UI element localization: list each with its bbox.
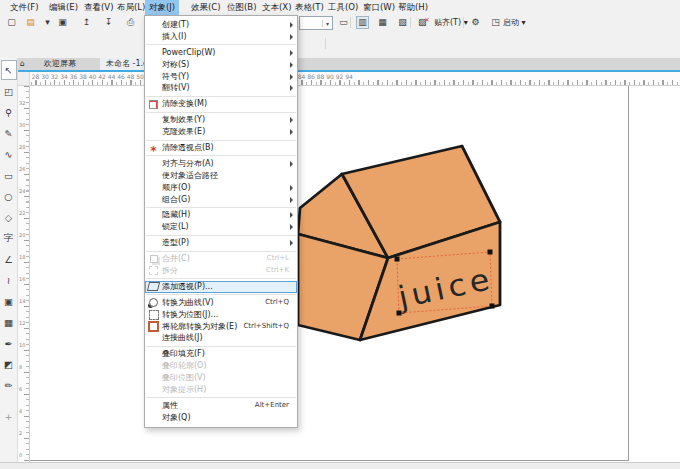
menu-item-shortcut: Alt+Enter (255, 400, 289, 412)
menu-separator (146, 251, 296, 252)
menu-item-label: 隐藏(H) (162, 209, 287, 221)
menu-separator (146, 207, 296, 208)
menu-item-[interactable]: 叠印填充(F) (145, 348, 297, 360)
show-grid-icon[interactable]: ▦ (376, 16, 389, 29)
options-gear-icon[interactable]: ⚙ (469, 16, 482, 29)
menubar-item-4[interactable]: 对象(J) (145, 0, 179, 15)
menu-item-[interactable]: PowerClip(W) (145, 47, 297, 59)
menubar-item-11[interactable]: 帮助(H) (394, 0, 432, 15)
selection-handle[interactable] (490, 304, 495, 309)
eyedropper-tool[interactable]: ✒ (1, 333, 17, 353)
ruler-number: 10 (19, 342, 25, 348)
ruler-corner[interactable] (18, 72, 30, 86)
menu-item-[interactable]: 转换为位图(J)... (145, 309, 297, 321)
menu-item-[interactable]: 复制效果(Y) (145, 114, 297, 126)
menu-item-[interactable]: 组合(G) (145, 194, 297, 206)
menu-item-[interactable]: 符号(Y) (145, 71, 297, 83)
ruler-number: 30 (41, 73, 49, 80)
fullscreen-preview-icon[interactable]: ▭ (337, 16, 350, 29)
new-document-icon[interactable]: ▢ (5, 16, 18, 29)
horizontal-ruler[interactable]: 2628303234363840424446485052545658606264… (30, 72, 680, 86)
menu-item-label: 复制效果(Y) (162, 114, 287, 126)
launch-frame-icon[interactable]: ◳ (489, 16, 502, 29)
launch-button[interactable]: 启动 ▾ (503, 16, 526, 29)
tab-welcome-screen[interactable]: 欢迎屏幕 (38, 58, 82, 70)
zoom-level-combo[interactable]: ▾ (299, 16, 333, 30)
menubar-item-5[interactable]: 效果(C) (187, 0, 225, 15)
menu-separator (146, 294, 296, 295)
connector-tool[interactable]: ≀ (1, 270, 17, 290)
print-icon[interactable]: ⎙ (124, 16, 137, 29)
selection-handle[interactable] (395, 257, 400, 262)
shadow-tool[interactable]: ▣ (1, 291, 17, 311)
zoom-tool[interactable]: ⚲ (1, 102, 17, 122)
menu-item-[interactable]: 叠印位图(V) (145, 372, 297, 384)
menu-item-[interactable]: 清除变换(M) (145, 98, 297, 110)
artistic-media-tool[interactable]: ∿ (1, 144, 17, 164)
pick-tool[interactable]: ↖ (1, 60, 17, 80)
menu-item-[interactable]: 锁定(L) (145, 221, 297, 233)
menu-item-[interactable]: 对称(S) (145, 59, 297, 71)
polygon-tool[interactable]: ◇ (1, 207, 17, 227)
show-rulers-icon[interactable]: ▥ (356, 16, 369, 29)
more-tools[interactable]: + (1, 406, 17, 426)
menubar-item-6[interactable]: 位图(B) (223, 0, 260, 15)
menu-item-[interactable]: 清除透视点(B) (145, 142, 297, 154)
menubar-item-2[interactable]: 查看(V) (80, 0, 117, 15)
menu-item-label: 叠印轮廓(O) (162, 360, 295, 372)
menu-item-[interactable]: 对象(Q) (145, 412, 297, 424)
menu-item-[interactable]: 顺序(O) (145, 182, 297, 194)
menu-item-[interactable]: 拆分Ctrl+K (145, 265, 297, 277)
menubar-item-0[interactable]: 文件(F) (6, 0, 43, 15)
menu-item-[interactable]: 连接曲线(J) (145, 332, 297, 344)
menu-item-[interactable]: 对象提示(H) (145, 384, 297, 396)
import-icon[interactable]: ↥ (80, 16, 93, 29)
selection-handle[interactable] (488, 250, 493, 255)
crop-tool[interactable]: ◰ (1, 81, 17, 101)
open-folder-icon[interactable]: ▤ (24, 16, 37, 29)
show-guidelines-icon[interactable]: ▧ (396, 16, 409, 29)
open-dropdown-caret-icon[interactable]: ▾ (41, 16, 54, 29)
menu-item-[interactable]: 叠印轮廓(O) (145, 360, 297, 372)
dimension-tool[interactable]: ∠ (1, 249, 17, 269)
menu-item-[interactable]: 合并(C)Ctrl+L (145, 253, 297, 265)
home-tab[interactable]: ⌂ (18, 58, 36, 70)
vertical-ruler[interactable]: 02468101214161820222426283032 (18, 86, 30, 462)
menu-item-[interactable]: 创建(T) (145, 19, 297, 31)
transparency-tool[interactable]: ▦ (1, 312, 17, 332)
menu-item-[interactable]: 将轮廓转换为对象(E)Ctrl+Shift+Q (145, 321, 297, 333)
menu-item-shortcut: Ctrl+L (267, 253, 289, 265)
pen-tool[interactable]: ✏ (1, 375, 17, 395)
save-icon[interactable]: ▣ (56, 16, 69, 29)
menu-item-[interactable]: 插入(I) (145, 31, 297, 43)
juice-carton-drawing[interactable]: juice (30, 86, 680, 462)
rectangle-tool[interactable]: ▭ (1, 165, 17, 185)
menubar-item-7[interactable]: 文本(X) (258, 0, 295, 15)
menu-item-[interactable]: 造型(P) (145, 237, 297, 249)
menu-item-[interactable]: 隐藏(H) (145, 209, 297, 221)
menubar-item-8[interactable]: 表格(T) (291, 0, 328, 15)
interactive-fill-tool[interactable]: ◩ (1, 354, 17, 374)
ellipse-tool[interactable]: ○ (1, 186, 17, 206)
menu-separator (146, 397, 296, 398)
ruler-number: 92 (336, 73, 344, 80)
menu-item-[interactable]: 对齐与分布(A) (145, 158, 297, 170)
chevron-down-icon[interactable]: ▾ (322, 20, 332, 27)
ruler-number: 94 (345, 73, 353, 80)
menu-item-highlighted[interactable]: 添加透视(P)... (145, 281, 297, 293)
selection-handle[interactable] (397, 311, 402, 316)
menu-item-[interactable]: 翻转(V) (145, 82, 297, 94)
menu-item-[interactable]: 使对象适合路径 (145, 170, 297, 182)
menubar-item-1[interactable]: 编辑(E) (45, 0, 82, 15)
export-icon[interactable]: ↧ (102, 16, 115, 29)
drawing-canvas[interactable]: juice (30, 86, 680, 462)
ruler-number: 12 (19, 320, 25, 326)
menu-item-[interactable]: 克隆效果(E) (145, 126, 297, 138)
snap-off-icon[interactable]: ▨✕ (418, 16, 432, 29)
freehand-tool[interactable]: ✎ (1, 123, 17, 143)
menu-item-[interactable]: 属性Alt+Enter (145, 400, 297, 412)
menubar-item-9[interactable]: 工具(O) (324, 0, 362, 15)
menu-item-[interactable]: 转换为曲线(V)Ctrl+Q (145, 297, 297, 309)
menubar-item-3[interactable]: 布局(L) (113, 0, 149, 15)
text-tool[interactable]: 字 (1, 228, 17, 248)
